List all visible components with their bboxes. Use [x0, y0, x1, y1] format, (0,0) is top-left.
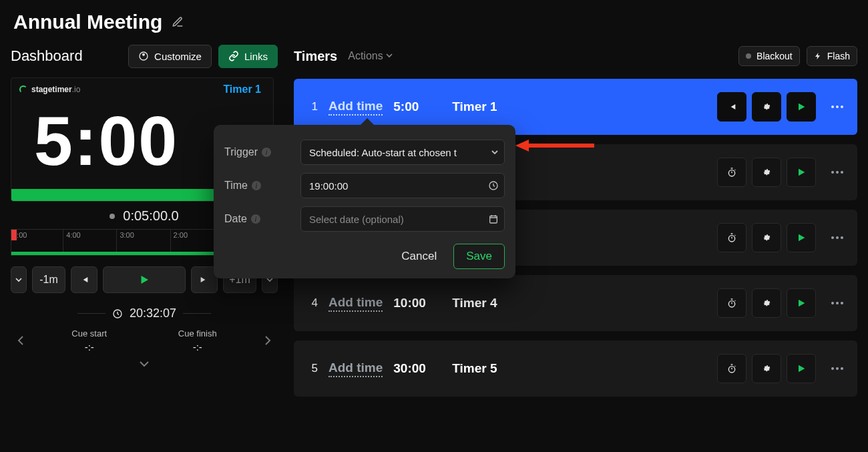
row-play-button[interactable] — [787, 92, 816, 122]
popover-time-input[interactable]: 19:00:00 — [300, 173, 505, 198]
svg-point-18 — [831, 367, 834, 370]
preview-big-time: 5:00 — [11, 95, 198, 189]
clock-icon — [112, 308, 123, 319]
flash-label: Flash — [827, 51, 850, 61]
timers-actions-dropdown[interactable]: Actions — [348, 50, 392, 62]
svg-point-14 — [831, 302, 834, 304]
wall-clock-row: 20:32:07 — [11, 306, 278, 320]
page-title: Annual Meeting — [13, 11, 162, 33]
brand-name-a: stagetimer — [31, 85, 72, 94]
row-stopwatch-button[interactable] — [717, 158, 746, 187]
cues-nav: Cue start -:- Cue finish -:- — [11, 328, 278, 353]
svg-point-7 — [836, 171, 839, 174]
row-more-menu[interactable] — [827, 224, 845, 251]
timecode: 0:05:00.0 — [123, 208, 178, 224]
expand-cues-button[interactable] — [11, 361, 278, 367]
popover-save-button[interactable]: Save — [453, 244, 505, 269]
timeline-marker-start — [11, 230, 17, 240]
edit-title-icon[interactable] — [172, 16, 184, 28]
timer-row-index: 5 — [306, 362, 318, 375]
minus-1m-label: -1m — [39, 274, 58, 286]
info-icon[interactable]: i — [251, 214, 260, 224]
chevron-down-icon — [491, 149, 499, 156]
play-button[interactable] — [103, 266, 186, 293]
row-settings-button[interactable] — [752, 288, 781, 318]
svg-point-20 — [841, 367, 843, 370]
flash-button[interactable]: Flash — [807, 46, 857, 66]
svg-point-12 — [841, 236, 843, 239]
row-more-menu[interactable] — [827, 159, 845, 186]
svg-point-6 — [831, 171, 834, 174]
timer-name: Timer 5 — [452, 361, 497, 376]
links-label: Links — [244, 51, 268, 62]
svg-point-4 — [841, 105, 843, 108]
svg-point-5 — [728, 170, 734, 176]
popover-time-value: 19:00:00 — [309, 180, 348, 192]
add-time-button[interactable]: Add time — [329, 361, 383, 377]
row-settings-button[interactable] — [752, 158, 781, 187]
timer-row-index: 1 — [306, 100, 318, 114]
svg-point-17 — [728, 367, 734, 373]
timer-duration: 30:00 — [393, 361, 441, 376]
timer-duration: 10:00 — [393, 296, 441, 310]
popover-cancel-label: Cancel — [401, 250, 437, 262]
cue-prev-button[interactable] — [11, 335, 31, 346]
row-more-menu[interactable] — [827, 355, 845, 382]
clock-icon — [488, 180, 499, 191]
divider-left — [77, 313, 105, 314]
prev-button[interactable] — [71, 266, 97, 293]
blackout-label: Blackout — [756, 51, 793, 61]
row-prev-button[interactable] — [717, 92, 746, 122]
svg-rect-22 — [490, 216, 497, 223]
timer-row[interactable]: 5Add time30:00Timer 5 — [294, 341, 857, 397]
popover-date-placeholder: Select date (optional) — [309, 214, 404, 225]
svg-point-19 — [836, 367, 839, 370]
popover-time-label: Time — [224, 180, 248, 192]
popover-cancel-button[interactable]: Cancel — [391, 244, 447, 269]
popover-date-input[interactable]: Select date (optional) — [300, 206, 505, 232]
wall-clock: 20:32:07 — [130, 306, 176, 320]
row-play-button[interactable] — [787, 288, 816, 318]
cue-next-button[interactable] — [258, 335, 278, 346]
row-settings-button[interactable] — [752, 223, 781, 252]
cue-start-value: -:- — [71, 341, 107, 353]
timer-duration: 5:00 — [393, 99, 441, 114]
svg-point-3 — [836, 105, 839, 108]
row-settings-button[interactable] — [752, 354, 781, 383]
live-dot-icon — [110, 214, 115, 219]
info-icon[interactable]: i — [252, 181, 261, 190]
flash-icon — [814, 51, 822, 61]
timer-row[interactable]: 4Add time10:00Timer 4 — [294, 275, 857, 331]
row-stopwatch-button[interactable] — [717, 354, 746, 383]
row-play-button[interactable] — [787, 223, 816, 252]
row-stopwatch-button[interactable] — [717, 223, 746, 252]
customize-button[interactable]: Customize — [128, 45, 212, 68]
row-stopwatch-button[interactable] — [717, 288, 746, 318]
timers-actions-label: Actions — [348, 50, 383, 62]
blackout-dot-icon — [746, 53, 751, 59]
row-more-menu[interactable] — [827, 93, 845, 120]
minus-1m-button[interactable]: -1m — [32, 266, 65, 293]
add-time-button[interactable]: Add time — [329, 99, 383, 116]
svg-point-10 — [831, 236, 834, 239]
popover-date-label: Date — [224, 213, 247, 225]
links-button[interactable]: Links — [218, 45, 278, 68]
timeline-fill-green — [11, 252, 229, 255]
row-play-button[interactable] — [787, 158, 816, 187]
add-time-button[interactable]: Add time — [329, 295, 383, 312]
row-play-button[interactable] — [787, 354, 816, 383]
divider-right — [183, 313, 211, 314]
calendar-icon — [488, 214, 499, 224]
page-header: Annual Meeting — [11, 7, 857, 41]
svg-point-15 — [836, 302, 839, 304]
row-more-menu[interactable] — [827, 290, 845, 316]
svg-point-16 — [841, 302, 843, 304]
popover-save-label: Save — [466, 250, 492, 262]
info-icon[interactable]: i — [262, 148, 271, 157]
popover-trigger-select[interactable]: Scheduled: Auto-start at chosen t — [300, 140, 505, 165]
cue-start-label: Cue start — [71, 328, 107, 338]
blackout-button[interactable]: Blackout — [738, 46, 800, 66]
row-settings-button[interactable] — [752, 92, 781, 122]
offset-menu-left[interactable] — [11, 266, 27, 293]
customize-label: Customize — [154, 51, 202, 62]
